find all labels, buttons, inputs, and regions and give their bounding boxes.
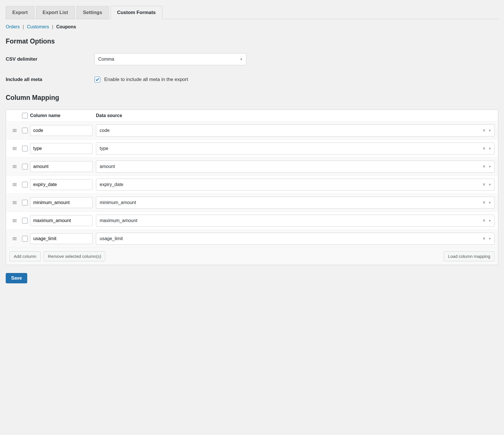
drag-handle-icon[interactable] (13, 128, 17, 133)
drag-handle-icon[interactable] (13, 237, 17, 241)
data-source-select[interactable]: usage_limit × ▼ (96, 233, 495, 245)
chevron-down-icon[interactable]: ▼ (488, 201, 491, 204)
data-source-value: usage_limit (100, 236, 123, 241)
tab-custom-formats[interactable]: Custom Formats (111, 6, 162, 19)
subtab-customers[interactable]: Customers (27, 24, 49, 29)
mapping-header: Column name Data source (6, 110, 498, 122)
clear-icon[interactable]: × (483, 200, 485, 205)
drag-handle-icon[interactable] (13, 147, 17, 151)
column-name-input[interactable] (30, 179, 92, 190)
column-name-input[interactable] (30, 125, 92, 136)
chevron-down-icon: ▼ (240, 58, 243, 61)
chevron-down-icon[interactable]: ▼ (488, 147, 491, 150)
clear-icon[interactable]: × (483, 218, 485, 223)
clear-icon[interactable]: × (483, 128, 485, 133)
drag-handle-icon[interactable] (13, 165, 17, 169)
include-meta-text: Enable to include all meta in the export (104, 77, 188, 82)
data-source-value: minimum_amount (100, 200, 136, 205)
column-name-input[interactable] (30, 233, 92, 244)
main-tabs: Export Export List Settings Custom Forma… (6, 6, 498, 19)
data-source-select[interactable]: type × ▼ (96, 143, 495, 155)
separator: | (23, 24, 24, 29)
chevron-down-icon[interactable]: ▼ (488, 219, 491, 222)
data-source-value: maximum_amount (100, 218, 137, 223)
table-row: usage_limit × ▼ (6, 230, 498, 248)
header-data-source: Data source (96, 113, 495, 118)
data-source-select[interactable]: amount × ▼ (96, 161, 495, 173)
chevron-down-icon[interactable]: ▼ (488, 129, 491, 132)
clear-icon[interactable]: × (483, 146, 485, 151)
include-meta-label: Include all meta (6, 77, 94, 82)
row-checkbox[interactable] (22, 128, 28, 133)
separator: | (52, 24, 53, 29)
data-source-value: code (100, 128, 110, 133)
tab-export-list[interactable]: Export List (36, 6, 75, 19)
csv-delimiter-select[interactable]: Comma ▼ (94, 53, 246, 65)
row-csv-delimiter: CSV delimiter Comma ▼ (6, 53, 498, 65)
clear-icon[interactable]: × (483, 236, 485, 241)
row-checkbox[interactable] (22, 200, 28, 205)
table-row: minimum_amount × ▼ (6, 194, 498, 212)
clear-icon[interactable]: × (483, 164, 485, 169)
data-source-value: type (100, 146, 108, 151)
row-checkbox[interactable] (22, 164, 28, 169)
column-name-input[interactable] (30, 197, 92, 208)
chevron-down-icon[interactable]: ▼ (488, 237, 491, 240)
tab-settings[interactable]: Settings (76, 6, 109, 19)
drag-handle-icon[interactable] (13, 201, 17, 205)
remove-columns-button[interactable]: Remove selected column(s) (44, 251, 105, 261)
data-source-value: expiry_date (100, 182, 123, 187)
load-mapping-button[interactable]: Load column mapping (444, 251, 495, 261)
clear-icon[interactable]: × (483, 182, 485, 187)
chevron-down-icon[interactable]: ▼ (488, 183, 491, 186)
select-all-checkbox[interactable] (22, 113, 28, 118)
mapping-footer: Add column Remove selected column(s) Loa… (6, 248, 498, 265)
column-name-input[interactable] (30, 143, 92, 154)
data-source-select[interactable]: expiry_date × ▼ (96, 179, 495, 191)
subtab-orders[interactable]: Orders (6, 24, 20, 29)
row-checkbox[interactable] (22, 182, 28, 187)
csv-delimiter-value: Comma (98, 57, 114, 62)
drag-handle-icon[interactable] (13, 219, 17, 223)
table-row: maximum_amount × ▼ (6, 212, 498, 230)
save-button[interactable]: Save (6, 273, 27, 283)
subtabs: Orders | Customers | Coupons (6, 24, 498, 29)
include-meta-checkbox[interactable] (94, 77, 100, 82)
section-format-options: Format Options (6, 37, 498, 45)
data-source-select[interactable]: maximum_amount × ▼ (96, 215, 495, 227)
drag-handle-icon[interactable] (13, 183, 17, 187)
data-source-value: amount (100, 164, 115, 169)
header-column-name: Column name (30, 113, 96, 118)
table-row: type × ▼ (6, 140, 498, 158)
row-checkbox[interactable] (22, 236, 28, 242)
table-row: code × ▼ (6, 122, 498, 140)
csv-delimiter-label: CSV delimiter (6, 56, 94, 62)
tab-export[interactable]: Export (6, 6, 34, 19)
data-source-select[interactable]: minimum_amount × ▼ (96, 197, 495, 209)
subtab-coupons[interactable]: Coupons (56, 24, 76, 29)
row-checkbox[interactable] (22, 218, 28, 224)
add-column-button[interactable]: Add column (9, 251, 41, 261)
section-column-mapping: Column Mapping (6, 94, 498, 102)
column-name-input[interactable] (30, 161, 92, 172)
chevron-down-icon[interactable]: ▼ (488, 165, 491, 168)
table-row: expiry_date × ▼ (6, 176, 498, 194)
row-checkbox[interactable] (22, 146, 28, 151)
column-mapping-table: Column name Data source code × ▼ (6, 110, 498, 265)
table-row: amount × ▼ (6, 158, 498, 176)
column-name-input[interactable] (30, 215, 92, 226)
row-include-meta: Include all meta Enable to include all m… (6, 77, 498, 82)
data-source-select[interactable]: code × ▼ (96, 124, 495, 137)
